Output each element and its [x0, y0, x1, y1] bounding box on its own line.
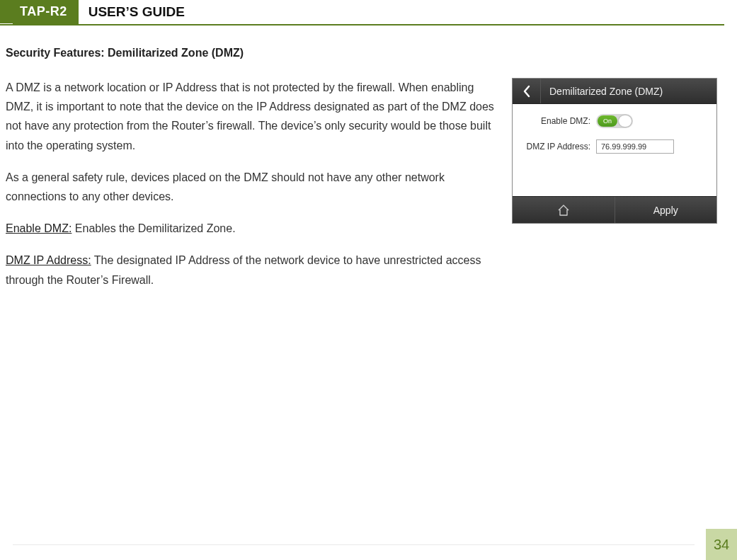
home-button[interactable]: [513, 197, 615, 223]
embedded-screenshot: Demilitarized Zone (DMZ) Enable DMZ: On …: [512, 78, 717, 224]
toggle-on-label: On: [598, 115, 617, 127]
dmz-ip-row: DMZ IP Address:: [520, 139, 709, 154]
screenshot-body: Enable DMZ: On DMZ IP Address:: [513, 104, 716, 196]
page-number: 34: [706, 529, 737, 560]
screenshot-footer: Apply: [513, 196, 716, 223]
page-header: TAP-R2 USER’S GUIDE: [0, 0, 724, 25]
paragraph-enable: Enable DMZ: Enables the Demilitarized Zo…: [6, 219, 502, 238]
product-badge: TAP-R2: [13, 0, 79, 24]
footer-rule: [13, 544, 695, 545]
enable-dmz-text: Enables the Demilitarized Zone.: [72, 222, 235, 234]
apply-button[interactable]: Apply: [615, 205, 717, 216]
chevron-left-icon: [522, 85, 531, 98]
screenshot-header: Demilitarized Zone (DMZ): [513, 79, 716, 104]
paragraph-safety: As a general safety rule, devices placed…: [6, 168, 502, 206]
paragraph-ip: DMZ IP Address: The designated IP Addres…: [6, 251, 502, 289]
enable-dmz-field-label: Enable DMZ:: [520, 116, 596, 126]
enable-dmz-label: Enable DMZ:: [6, 222, 72, 234]
dmz-ip-field-label: DMZ IP Address:: [520, 142, 596, 152]
section-title: Security Features: Demilitarized Zone (D…: [6, 47, 717, 59]
enable-dmz-row: Enable DMZ: On: [520, 114, 709, 128]
document-title: USER’S GUIDE: [79, 0, 195, 24]
paragraph-intro: A DMZ is a network location or IP Addres…: [6, 78, 502, 155]
home-icon: [557, 205, 570, 216]
body-text-column: A DMZ is a network location or IP Addres…: [6, 78, 502, 302]
header-accent-strip: [0, 0, 13, 23]
dmz-ip-label: DMZ IP Address:: [6, 254, 91, 266]
dmz-ip-input[interactable]: [596, 139, 674, 154]
back-button[interactable]: [513, 79, 541, 103]
screenshot-title: Demilitarized Zone (DMZ): [541, 86, 716, 97]
toggle-knob: [619, 115, 632, 127]
enable-dmz-toggle[interactable]: On: [596, 114, 633, 128]
